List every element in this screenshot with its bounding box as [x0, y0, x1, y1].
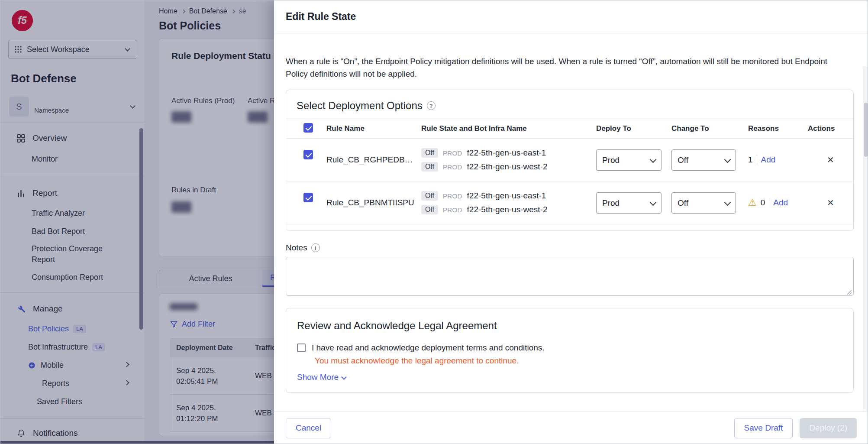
- deploy-to-select[interactable]: Prod: [596, 149, 661, 171]
- row-checkbox[interactable]: [303, 193, 313, 202]
- save-draft-button[interactable]: Save Draft: [734, 418, 793, 438]
- state-badge: Off: [421, 162, 438, 172]
- column-header-deploy-to: Deploy To: [596, 124, 671, 133]
- legal-agreement-card: Review and Acknowledge Legal Agreement I…: [286, 308, 854, 393]
- infra-name: f22-5th-gen-us-east-1: [467, 191, 546, 201]
- drawer-title: Edit Rule State: [286, 11, 356, 23]
- legal-checkbox[interactable]: [297, 344, 306, 352]
- env-label: PROD: [443, 149, 462, 157]
- deployment-options-card: Select Deployment Options ? Rule Name Ru…: [286, 90, 854, 231]
- rule-state-cell: Off PROD f22-5th-gen-us-east-1 Off PROD …: [421, 148, 596, 172]
- help-icon[interactable]: ?: [427, 101, 436, 110]
- add-reason-link[interactable]: Add: [773, 198, 788, 207]
- reasons-cell: ⚠ 0 Add: [748, 198, 808, 208]
- info-icon[interactable]: i: [311, 243, 320, 252]
- rule-state-cell: Off PROD f22-5th-gen-us-east-1 Off PROD …: [421, 191, 596, 214]
- deploy-to-select[interactable]: Prod: [596, 192, 661, 214]
- legal-card-title: Review and Acknowledge Legal Agreement: [297, 320, 842, 332]
- select-all-checkbox[interactable]: [303, 123, 313, 133]
- change-to-select-wrapper: Off: [671, 149, 736, 171]
- reason-count: 1: [748, 155, 753, 165]
- change-to-select-wrapper: Off: [671, 192, 736, 214]
- options-table-header: Rule Name Rule State and Bot Infra Name …: [286, 119, 853, 139]
- column-header-rule-name: Rule Name: [326, 124, 421, 133]
- reasons-cell: 1 Add: [748, 155, 808, 165]
- edit-rule-state-drawer: Edit Rule State When a rule is “On”, the…: [274, 0, 868, 444]
- divider: [769, 198, 769, 208]
- show-more-label: Show More: [297, 373, 339, 382]
- options-card-title: Select Deployment Options: [297, 100, 423, 112]
- column-header-reasons: Reasons: [748, 124, 808, 133]
- env-label: PROD: [443, 163, 462, 171]
- notes-field-wrapper: [286, 257, 854, 298]
- remove-row-icon[interactable]: ✕: [827, 155, 834, 165]
- cancel-button[interactable]: Cancel: [286, 418, 331, 438]
- deploy-to-select-wrapper: Prod: [596, 192, 661, 214]
- show-more-link[interactable]: Show More: [297, 373, 842, 382]
- drawer-scrollbar-track[interactable]: [863, 66, 868, 411]
- deploy-button[interactable]: Deploy (2): [800, 418, 857, 438]
- state-badge: Off: [421, 148, 438, 158]
- drawer-scrollbar-thumb[interactable]: [864, 103, 868, 157]
- column-header-actions: Actions: [808, 124, 853, 133]
- state-badge: Off: [421, 191, 438, 201]
- drawer-description: When a rule is “On”, the Endpoint Policy…: [286, 55, 851, 80]
- legal-error-message: You must acknowledge the legal agreement…: [315, 356, 842, 366]
- reason-count: 0: [761, 198, 765, 207]
- notes-label: Notes: [286, 243, 307, 253]
- infra-name: f22-5th-gen-us-west-2: [467, 205, 548, 214]
- column-header-rule-state: Rule State and Bot Infra Name: [421, 124, 596, 133]
- infra-name: f22-5th-gen-us-west-2: [467, 162, 548, 172]
- infra-name: f22-5th-gen-us-east-1: [467, 148, 546, 158]
- env-label: PROD: [443, 206, 462, 214]
- add-reason-link[interactable]: Add: [761, 155, 776, 165]
- legal-checkbox-label: I have read and acknowledge deployment t…: [312, 343, 545, 353]
- rule-row: Rule_CB_PBNMTIISPU Off PROD f22-5th-gen-…: [286, 181, 853, 224]
- state-badge: Off: [421, 205, 438, 214]
- modal-overlay[interactable]: [0, 0, 274, 444]
- chevron-down-icon: [341, 374, 347, 380]
- warning-icon: ⚠: [748, 198, 757, 207]
- remove-row-icon[interactable]: ✕: [827, 198, 834, 208]
- drawer-header: Edit Rule State: [274, 0, 868, 33]
- change-to-select[interactable]: Off: [671, 192, 736, 214]
- deploy-to-select-wrapper: Prod: [596, 149, 661, 171]
- drawer-body: When a rule is “On”, the Endpoint Policy…: [274, 33, 868, 411]
- app-root: f5 Select Workspace Bot Defense S Namesp…: [0, 0, 868, 444]
- resize-handle[interactable]: [847, 290, 852, 295]
- rule-name: Rule_CB_RGHPEDBW...: [326, 155, 421, 165]
- rule-row: Rule_CB_RGHPEDBW... Off PROD f22-5th-gen…: [286, 139, 853, 181]
- row-checkbox[interactable]: [303, 150, 313, 159]
- rule-name: Rule_CB_PBNMTIISPU: [326, 198, 421, 207]
- change-to-select[interactable]: Off: [671, 149, 736, 171]
- notes-textarea[interactable]: [286, 257, 854, 296]
- column-header-change-to: Change To: [671, 124, 748, 133]
- divider: [757, 155, 757, 165]
- drawer-footer: Cancel Save Draft Deploy (2): [274, 411, 868, 444]
- env-label: PROD: [443, 192, 462, 200]
